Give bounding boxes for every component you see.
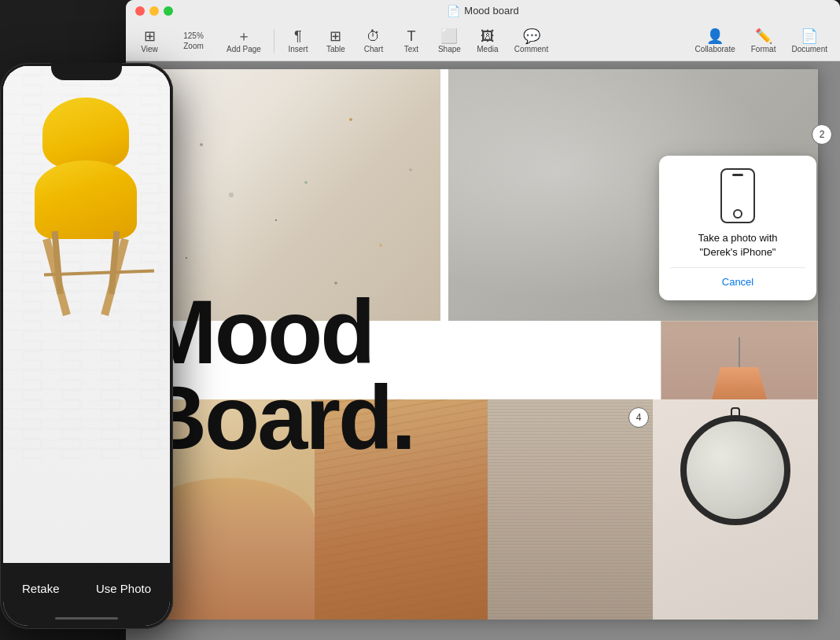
text-button[interactable]: T Text	[394, 26, 429, 57]
popup-cancel-button[interactable]: Cancel	[670, 267, 805, 291]
add-page-label: Add Page	[227, 45, 261, 53]
collaborate-icon: 👤	[706, 29, 724, 43]
view-button[interactable]: ⊞ View	[132, 26, 167, 57]
insert-icon: ¶	[294, 29, 302, 43]
context-popup: Take a photo with"Derek's iPhone" Cancel	[659, 156, 816, 300]
comment-icon: 💬	[523, 29, 540, 43]
titlebar: 📄 Mood board ⊞ View 125% Zoom ＋ Add Page…	[126, 0, 840, 61]
document-button[interactable]: 📄 Document	[785, 26, 834, 57]
popup-title: Take a photo with"Derek's iPhone"	[670, 231, 805, 259]
yellow-chair	[27, 160, 145, 318]
chart-button[interactable]: ⏱ Chart	[356, 26, 391, 57]
maximize-button[interactable]	[164, 6, 173, 16]
iphone-toolbar: Retake Use Photo	[3, 563, 170, 626]
retake-button[interactable]: Retake	[22, 582, 60, 595]
iphone-photo-area	[3, 66, 170, 563]
iphone-notch	[51, 63, 122, 80]
view-label: View	[141, 45, 158, 53]
view-icon: ⊞	[144, 29, 156, 43]
page-badge-2: 2	[812, 124, 832, 145]
titlebar-top: 📄 Mood board	[126, 0, 840, 22]
traffic-lights	[135, 6, 173, 16]
media-icon: 🖼	[481, 29, 495, 43]
toolbar: ⊞ View 125% Zoom ＋ Add Page ¶ Insert ⊞ T…	[126, 22, 840, 61]
chart-label: Chart	[364, 45, 383, 53]
media-button[interactable]: 🖼 Media	[470, 26, 505, 57]
minimize-button[interactable]	[149, 6, 159, 16]
separator-1	[274, 29, 274, 53]
table-label: Table	[326, 45, 345, 53]
lamp-cord	[739, 337, 740, 369]
table-button[interactable]: ⊞ Table	[319, 26, 353, 57]
shape-button[interactable]: ⬜ Shape	[432, 26, 467, 57]
document-icon: 📄	[447, 5, 460, 17]
canvas-area[interactable]: 1 Mood Board. 4	[126, 61, 840, 640]
zoom-label: Zoom	[183, 42, 204, 50]
format-label: Format	[751, 45, 776, 53]
media-label: Media	[477, 45, 498, 53]
use-photo-button[interactable]: Use Photo	[96, 582, 151, 595]
document-icon: 📄	[801, 29, 818, 43]
comment-button[interactable]: 💬 Comment	[508, 26, 554, 57]
text-label: Text	[404, 45, 418, 53]
mirror-image	[653, 399, 818, 620]
add-page-button[interactable]: ＋ Add Page	[220, 26, 267, 57]
text-icon: T	[407, 29, 415, 43]
collaborate-button[interactable]: 👤 Collaborate	[689, 26, 742, 57]
chart-icon: ⏱	[367, 29, 381, 43]
mood-board-title: Mood Board.	[142, 289, 598, 462]
document-page: 1 Mood Board. 4	[142, 69, 818, 620]
window-title-text: Mood board	[464, 5, 518, 17]
title-line2: Board.	[142, 375, 598, 461]
chair-back	[42, 97, 129, 168]
phone-icon	[720, 168, 755, 223]
iphone-device: Retake Use Photo	[0, 63, 173, 629]
add-page-icon: ＋	[237, 29, 251, 43]
mirror-circle	[680, 415, 790, 525]
page-badge-4: 4	[628, 407, 649, 428]
title-line1: Mood	[142, 289, 598, 375]
close-button[interactable]	[135, 6, 145, 16]
iphone-home-indicator	[55, 617, 118, 620]
iphone-screen: Retake Use Photo	[3, 66, 170, 626]
table-icon: ⊞	[330, 29, 341, 43]
shape-icon: ⬜	[440, 29, 458, 43]
insert-label: Insert	[288, 45, 308, 53]
format-icon: ✏️	[755, 29, 772, 43]
zoom-value: 125%	[183, 31, 204, 40]
insert-button[interactable]: ¶ Insert	[281, 26, 315, 57]
comment-label: Comment	[514, 45, 548, 53]
macos-window: 📄 Mood board ⊞ View 125% Zoom ＋ Add Page…	[126, 0, 840, 640]
zoom-button[interactable]: 125% Zoom	[170, 28, 217, 53]
format-button[interactable]: ✏️ Format	[745, 26, 783, 57]
shape-label: Shape	[438, 45, 461, 53]
window-title: 📄 Mood board	[447, 5, 518, 17]
collaborate-label: Collaborate	[695, 45, 735, 53]
chair-seat	[35, 160, 137, 239]
document-label: Document	[791, 45, 827, 53]
